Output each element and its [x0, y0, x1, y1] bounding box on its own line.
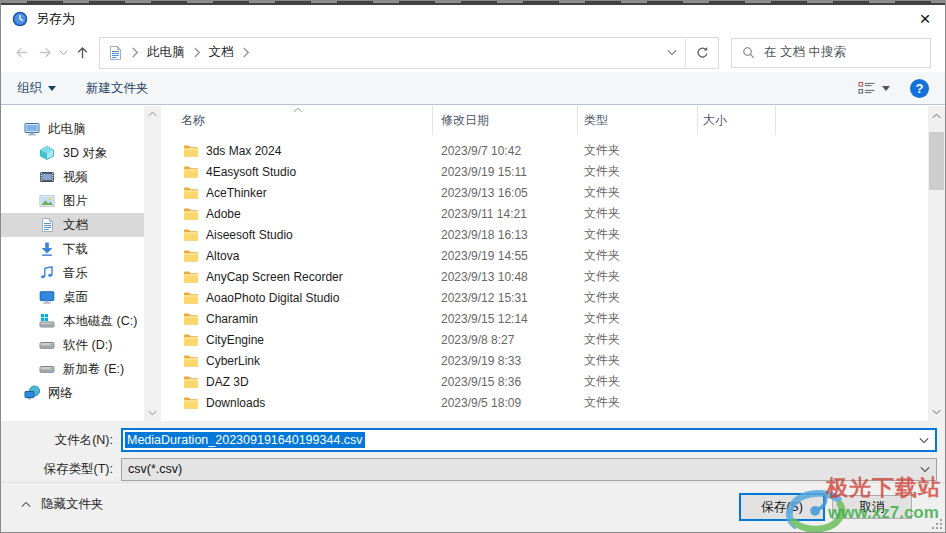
sidebar-item[interactable]: 下载 [1, 237, 144, 261]
scrollbar-thumb[interactable] [929, 132, 944, 190]
main-area: 此电脑 3D 对象 视频 图片 [1, 106, 945, 421]
file-date: 2023/9/19 8:33 [433, 354, 578, 368]
file-row[interactable]: Downloads 2023/9/5 18:09 文件夹 [166, 392, 928, 413]
navigation-pane: 此电脑 3D 对象 视频 图片 [1, 106, 166, 421]
forward-button[interactable] [33, 40, 57, 66]
save-button[interactable]: 保存(S) [739, 493, 825, 521]
navigation-bar: 此电脑 文档 在 文档 中搜索 [1, 33, 945, 72]
column-header-size[interactable]: 大小 [698, 106, 776, 135]
help-button[interactable]: ? [910, 79, 929, 98]
up-button[interactable] [70, 40, 94, 66]
filename-input[interactable]: MediaDuration_202309191640199344.csv [121, 428, 937, 452]
sidebar-item[interactable]: 文档 [1, 213, 144, 237]
file-name: AceThinker [206, 186, 267, 200]
file-row[interactable]: Aiseesoft Studio 2023/9/18 16:13 文件夹 [166, 224, 928, 245]
file-type: 文件夹 [578, 142, 698, 159]
organize-button[interactable]: 组织 [17, 80, 56, 97]
column-label: 类型 [584, 112, 608, 129]
sidebar-item[interactable]: 新加卷 (E:) [1, 357, 144, 381]
folder-icon [183, 269, 199, 285]
file-name: DAZ 3D [206, 375, 249, 389]
chevron-down-icon [59, 49, 68, 56]
chevron-up-icon [21, 501, 31, 508]
file-row[interactable]: CityEngine 2023/9/8 8:27 文件夹 [166, 329, 928, 350]
file-row[interactable]: Altova 2023/9/19 14:55 文件夹 [166, 245, 928, 266]
up-arrow-icon [75, 45, 90, 60]
file-name: AoaoPhoto Digital Studio [206, 291, 339, 305]
file-row[interactable]: AnyCap Screen Recorder 2023/9/13 10:48 文… [166, 266, 928, 287]
sidebar-item[interactable]: 网络 [1, 381, 144, 405]
column-header-name[interactable]: 名称 [166, 106, 433, 135]
breadcrumb-chevron-icon[interactable] [131, 47, 139, 58]
folder-icon [183, 311, 199, 327]
file-row[interactable]: CyberLink 2023/9/19 8:33 文件夹 [166, 350, 928, 371]
column-header-type[interactable]: 类型 [578, 106, 698, 135]
folder-icon [183, 227, 199, 243]
sidebar-item-label: 图片 [63, 193, 88, 210]
chevron-down-icon[interactable] [919, 437, 929, 444]
file-row[interactable]: DAZ 3D 2023/9/15 8:36 文件夹 [166, 371, 928, 392]
filetype-select[interactable]: csv(*.csv) [121, 458, 937, 481]
breadcrumb-chevron-icon[interactable] [242, 47, 250, 58]
hide-folders-button[interactable]: 隐藏文件夹 [21, 496, 104, 513]
sidebar-item[interactable]: 软件 (D:) [1, 333, 144, 357]
sidebar-item[interactable]: 此电脑 [1, 117, 144, 141]
save-as-dialog: 另存为 × 此电脑 文档 在 文档 中搜索 组织 [0, 0, 946, 533]
file-name-cell: 4Easysoft Studio [166, 164, 433, 180]
close-button[interactable]: × [907, 5, 943, 33]
sidebar-scrollbar[interactable] [144, 106, 161, 421]
scroll-down-button[interactable] [928, 403, 945, 420]
doc-icon [39, 217, 55, 233]
file-type: 文件夹 [578, 373, 698, 390]
sidebar-item[interactable]: 音乐 [1, 261, 144, 285]
scroll-down-icon[interactable] [148, 410, 157, 416]
address-bar[interactable]: 此电脑 文档 [99, 37, 719, 69]
address-dropdown-button[interactable] [659, 38, 685, 68]
file-name-cell: Adobe [166, 206, 433, 222]
sidebar-item[interactable]: 本地磁盘 (C:) [1, 309, 144, 333]
file-row[interactable]: AoaoPhoto Digital Studio 2023/9/12 15:31… [166, 287, 928, 308]
refresh-button[interactable] [686, 38, 718, 68]
file-row[interactable]: 3ds Max 2024 2023/9/7 10:42 文件夹 [166, 140, 928, 161]
file-name: CyberLink [206, 354, 260, 368]
scroll-up-button[interactable] [928, 107, 945, 124]
folder-icon [183, 185, 199, 201]
back-button[interactable] [9, 40, 33, 66]
file-name: 4Easysoft Studio [206, 165, 296, 179]
file-row[interactable]: Adobe 2023/9/11 14:21 文件夹 [166, 203, 928, 224]
app-clock-icon [12, 11, 28, 27]
sidebar-item[interactable]: 视频 [1, 165, 144, 189]
column-header-blank [776, 106, 928, 135]
view-options-icon[interactable] [858, 81, 876, 95]
new-folder-button[interactable]: 新建文件夹 [86, 80, 149, 97]
file-type: 文件夹 [578, 247, 698, 264]
file-row[interactable]: AceThinker 2023/9/13 16:05 文件夹 [166, 182, 928, 203]
folder-icon [183, 206, 199, 222]
file-list-scrollbar[interactable] [928, 106, 945, 421]
cancel-button[interactable]: 取消 [832, 495, 912, 519]
file-name: AnyCap Screen Recorder [206, 270, 343, 284]
triangle-down-icon [48, 86, 56, 91]
breadcrumb-documents[interactable]: 文档 [209, 44, 234, 61]
file-date: 2023/9/11 14:21 [433, 207, 578, 221]
search-input[interactable]: 在 文档 中搜索 [731, 38, 931, 68]
column-headers: 名称 修改日期 类型 大小 [166, 106, 928, 135]
recent-locations-button[interactable] [57, 40, 70, 66]
music-icon [39, 265, 55, 281]
scroll-up-icon[interactable] [148, 111, 157, 117]
triangle-down-icon[interactable] [882, 86, 890, 91]
file-name: Aiseesoft Studio [206, 228, 293, 242]
breadcrumb-this-pc[interactable]: 此电脑 [147, 44, 185, 61]
file-date: 2023/9/5 18:09 [433, 396, 578, 410]
filename-value: MediaDuration_202309191640199344.csv [125, 432, 365, 448]
sidebar-item[interactable]: 桌面 [1, 285, 144, 309]
file-row[interactable]: 4Easysoft Studio 2023/9/19 15:11 文件夹 [166, 161, 928, 182]
file-row[interactable]: Charamin 2023/9/15 12:14 文件夹 [166, 308, 928, 329]
resize-grip[interactable] [930, 517, 942, 529]
sidebar-item[interactable]: 图片 [1, 189, 144, 213]
column-header-date[interactable]: 修改日期 [433, 106, 578, 135]
sidebar-item[interactable]: 3D 对象 [1, 141, 144, 165]
breadcrumb-chevron-icon[interactable] [193, 47, 201, 58]
save-form: 文件名(N): MediaDuration_202309191640199344… [1, 421, 945, 482]
chevron-down-icon[interactable] [920, 466, 930, 473]
